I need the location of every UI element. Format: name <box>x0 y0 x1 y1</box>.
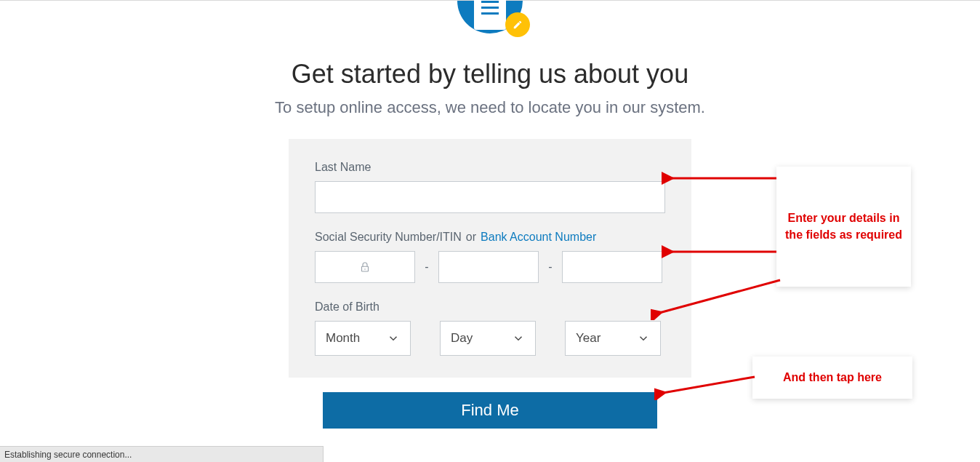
find-me-button[interactable]: Find Me <box>323 392 657 429</box>
chevron-down-icon <box>387 332 400 345</box>
ssn-field-2[interactable] <box>438 251 539 283</box>
ssn-field-3[interactable] <box>562 251 662 283</box>
ssn-dash-2: - <box>539 260 562 274</box>
status-text: Establishing secure connection... <box>4 450 132 460</box>
last-name-label: Last Name <box>315 161 665 174</box>
ssn-dash-1: - <box>415 260 438 274</box>
chevron-down-icon <box>512 332 525 345</box>
year-placeholder: Year <box>576 331 601 346</box>
svg-line-9 <box>663 377 755 393</box>
form-panel: Last Name Social Security Number/ITIN or… <box>289 139 691 378</box>
month-select[interactable]: Month <box>315 321 411 356</box>
day-placeholder: Day <box>451 331 473 346</box>
ssn-input-2[interactable] <box>439 252 538 282</box>
or-text: or <box>466 231 476 244</box>
year-select[interactable]: Year <box>565 321 661 356</box>
annotation-tap-box: And then tap here <box>752 357 912 399</box>
last-name-input[interactable] <box>315 181 665 213</box>
ssn-field-1[interactable] <box>315 251 415 283</box>
day-select[interactable]: Day <box>440 321 536 356</box>
chevron-down-icon <box>637 332 650 345</box>
bank-account-link[interactable]: Bank Account Number <box>481 231 596 244</box>
lock-icon <box>358 260 371 274</box>
ssn-input-3[interactable] <box>563 252 662 282</box>
dob-label: Date of Birth <box>315 300 665 314</box>
annotation-details-box: Enter your details in the fields as requ… <box>776 167 911 287</box>
page-subtitle: To setup online access, we need to locat… <box>0 98 980 117</box>
pencil-badge-icon <box>505 12 530 37</box>
ssn-group: Social Security Number/ITIN or Bank Acco… <box>315 231 665 283</box>
dob-group: Date of Birth Month Day Year <box>315 300 665 356</box>
status-bar: Establishing secure connection... <box>0 446 324 462</box>
page-title: Get started by telling us about you <box>0 59 980 89</box>
month-placeholder: Month <box>326 331 360 346</box>
clipboard-icon <box>474 0 506 30</box>
ssn-label: Social Security Number/ITIN <box>315 231 462 244</box>
last-name-group: Last Name <box>315 161 665 213</box>
annotation-details-text: Enter your details in the fields as requ… <box>784 210 904 243</box>
annotation-tap-text: And then tap here <box>783 370 882 386</box>
header-icon-circle <box>457 1 523 33</box>
